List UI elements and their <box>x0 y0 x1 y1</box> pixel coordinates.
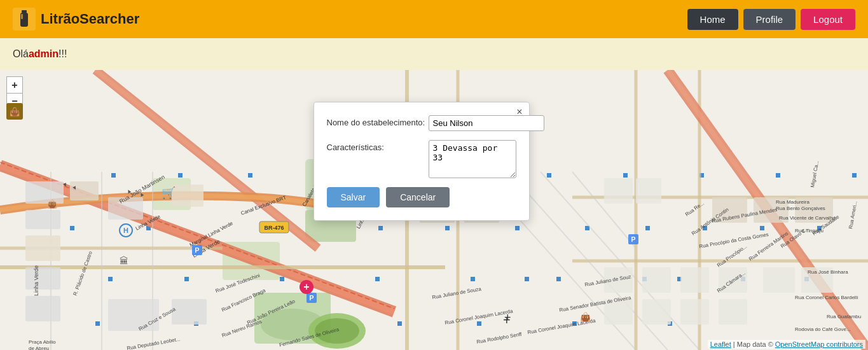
svg-rect-23 <box>852 173 857 178</box>
add-location-marker[interactable]: + <box>300 280 313 294</box>
svg-rect-92 <box>642 267 671 293</box>
svg-rect-76 <box>25 235 60 261</box>
svg-text:P: P <box>631 235 635 243</box>
map-attribution: Leaflet | Map data © OpenStreetMap contr… <box>708 340 865 349</box>
leaflet-link[interactable]: Leaflet <box>710 340 731 348</box>
svg-rect-98 <box>642 299 671 325</box>
svg-rect-81 <box>108 299 159 331</box>
header: LitrãoSearcher Home Profile Logout <box>0 0 868 38</box>
svg-text:Rua Madureira: Rua Madureira <box>776 199 809 205</box>
svg-text:Rua Bento Gonçalves: Rua Bento Gonçalves <box>776 206 825 211</box>
svg-text:Rua Guatambu: Rua Guatambu <box>827 314 861 319</box>
svg-rect-78 <box>25 296 60 321</box>
svg-text:👜: 👜 <box>580 312 591 323</box>
welcome-bar: Olá admin!!! <box>0 38 868 70</box>
svg-rect-41 <box>556 277 561 281</box>
cancel-button[interactable]: Cancelar <box>386 187 450 207</box>
name-label: Nome do estabelecimento: <box>327 115 429 127</box>
osm-link[interactable]: OpenStreetMap contributors <box>775 340 863 348</box>
svg-rect-15 <box>248 173 252 178</box>
profile-button[interactable]: Profile <box>743 9 796 30</box>
name-row: Nome do estabelecimento: <box>327 115 516 131</box>
welcome-suffix: !!! <box>59 48 67 60</box>
svg-text:Rua Coronel Carlos Bardelli: Rua Coronel Carlos Bardelli <box>795 295 858 300</box>
svg-rect-20 <box>623 173 628 178</box>
svg-rect-93 <box>680 267 709 293</box>
establishment-name-input[interactable] <box>429 115 544 131</box>
svg-rect-27 <box>378 226 383 230</box>
zoom-in-button[interactable]: + <box>6 76 23 93</box>
svg-rect-48 <box>397 321 402 326</box>
svg-rect-83 <box>172 299 207 325</box>
svg-rect-24 <box>70 226 74 230</box>
svg-rect-49 <box>477 321 481 326</box>
svg-text:BR-476: BR-476 <box>264 225 284 231</box>
svg-rect-75 <box>25 210 60 229</box>
svg-rect-1 <box>22 10 27 13</box>
svg-rect-22 <box>776 173 780 178</box>
modal-buttons: Salvar Cancelar <box>327 187 516 207</box>
logout-button[interactable]: Logout <box>801 9 855 30</box>
map-container[interactable]: Rua João Martinsen Linha Verde Linha Ver… <box>0 70 868 350</box>
svg-rect-39 <box>471 277 475 281</box>
svg-text:P: P <box>309 294 313 302</box>
svg-text:P: P <box>195 246 199 254</box>
svg-rect-77 <box>25 267 60 290</box>
svg-text:👜: 👜 <box>47 199 58 209</box>
svg-rect-46 <box>95 321 100 326</box>
characteristics-input[interactable] <box>429 140 516 178</box>
svg-text:H: H <box>123 227 128 234</box>
svg-text:Praça Abílio: Praça Abílio <box>29 339 56 345</box>
home-button[interactable]: Home <box>687 9 738 30</box>
svg-rect-36 <box>184 277 189 281</box>
svg-rect-13 <box>111 173 116 178</box>
welcome-prefix: Olá <box>13 48 29 60</box>
svg-rect-74 <box>25 181 64 204</box>
svg-text:de Abreu: de Abreu <box>29 346 49 350</box>
svg-rect-87 <box>636 178 661 204</box>
svg-rect-86 <box>604 178 633 204</box>
logo-area: LitrãoSearcher <box>13 8 139 31</box>
svg-text:Rodovia do Café Gove...: Rodovia do Café Gove... <box>795 326 851 332</box>
svg-text:🏛: 🏛 <box>120 256 128 266</box>
svg-rect-82 <box>172 185 203 207</box>
cross-marker-1: + <box>503 313 511 328</box>
svg-rect-40 <box>525 277 529 281</box>
svg-rect-29 <box>515 226 520 230</box>
svg-rect-3 <box>21 14 23 19</box>
svg-rect-35 <box>108 277 113 281</box>
svg-rect-38 <box>375 277 380 281</box>
svg-rect-14 <box>178 173 183 178</box>
bag-map-icon: 👜 <box>6 103 23 120</box>
svg-rect-37 <box>280 277 284 281</box>
characteristics-label: Características: <box>327 140 429 152</box>
svg-rect-28 <box>445 226 450 230</box>
svg-rect-95 <box>763 267 795 293</box>
modal-dialog: × Nome do estabelecimento: Característic… <box>313 102 530 221</box>
svg-text:🛒: 🛒 <box>162 186 176 200</box>
logo-icon <box>13 8 36 31</box>
svg-rect-31 <box>645 226 650 230</box>
welcome-username: admin <box>29 48 59 60</box>
svg-rect-100 <box>719 299 747 325</box>
characteristics-row: Características: <box>327 140 516 178</box>
nav-buttons: Home Profile Logout <box>687 9 855 30</box>
svg-rect-99 <box>680 299 709 325</box>
svg-rect-19 <box>547 173 551 178</box>
logo-text: LitrãoSearcher <box>41 11 139 27</box>
svg-text:Rua José Binhara: Rua José Binhara <box>808 269 848 275</box>
modal-close-button[interactable]: × <box>516 106 522 118</box>
svg-rect-33 <box>760 226 764 230</box>
svg-text:Linha Verde: Linha Verde <box>33 265 39 296</box>
save-button[interactable]: Salvar <box>327 187 380 207</box>
